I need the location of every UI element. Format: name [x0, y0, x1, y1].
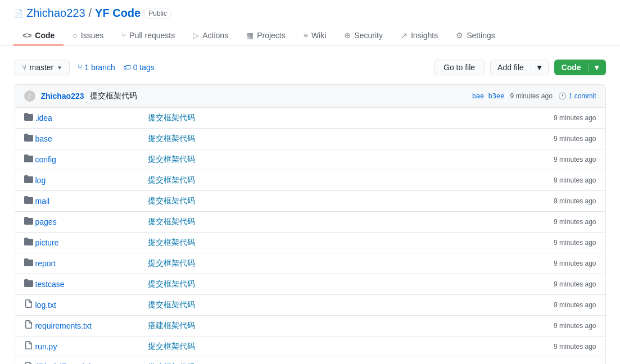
file-time: 9 minutes ago [554, 239, 596, 247]
file-message: 提交框架代码 [148, 175, 554, 185]
tags-icon: 🏷 [123, 63, 131, 72]
tab-issues[interactable]: ○ Issues [64, 26, 112, 46]
file-time: 9 minutes ago [554, 301, 596, 309]
file-time: 9 minutes ago [554, 260, 596, 267]
file-message: 提交框架代码 [148, 238, 554, 248]
tags-link[interactable]: 🏷 0 tags [123, 63, 155, 72]
file-time: 9 minutes ago [554, 135, 596, 143]
file-time: 9 minutes ago [554, 280, 596, 288]
table-row: picture 提交框架代码 9 minutes ago [15, 233, 605, 253]
tab-projects[interactable]: ▦ Projects [237, 26, 295, 46]
visibility-badge: Public [144, 8, 171, 19]
file-time: 9 minutes ago [554, 322, 596, 330]
file-name-link[interactable]: base [35, 134, 52, 143]
code-caret-icon[interactable]: ▼ [589, 63, 605, 72]
tab-pull-requests[interactable]: ⑂ Pull requests [112, 26, 184, 46]
file-name: testcase [35, 280, 148, 289]
table-row: log.txt 提交框架代码 9 minutes ago [15, 295, 605, 316]
file-name-link[interactable]: testcase [35, 280, 65, 289]
file-message: 提交框架代码 [148, 196, 554, 206]
file-message: 提交框架代码 [148, 154, 554, 165]
file-name: .idea [35, 113, 148, 122]
file-name-link[interactable]: run.py [35, 342, 57, 351]
insights-icon: ↗ [401, 31, 408, 40]
file-name-link[interactable]: log [35, 176, 46, 185]
commit-row: Z Zhichao223 提交框架代码 bae b3ee 9 minutes a… [15, 85, 605, 108]
tab-wiki[interactable]: ≡ Wiki [295, 26, 336, 46]
file-time: 9 minutes ago [554, 343, 596, 351]
table-row: testcase 提交框架代码 9 minutes ago [15, 274, 605, 295]
file-name: base [35, 134, 148, 143]
add-file-button[interactable]: Add file ▼ [490, 60, 549, 75]
branch-select[interactable]: ⑂ master ▼ [15, 60, 70, 75]
settings-icon: ⚙ [456, 31, 463, 40]
file-time: 9 minutes ago [554, 114, 596, 122]
folder-icon [24, 154, 35, 165]
branch-name: master [30, 63, 54, 72]
file-icon [24, 362, 35, 364]
file-name-link[interactable]: report [35, 259, 56, 268]
file-time: 9 minutes ago [554, 176, 596, 184]
file-name: pages [35, 217, 148, 226]
tab-settings[interactable]: ⚙ Settings [447, 26, 504, 46]
file-name-link[interactable]: mail [35, 197, 50, 206]
table-row: log 提交框架代码 9 minutes ago [15, 170, 605, 191]
file-time: 9 minutes ago [554, 218, 596, 226]
repo-name-link[interactable]: YF Code [95, 7, 141, 20]
table-row: requirements.txt 搭建框架代码 9 minutes ago [15, 316, 605, 336]
folder-icon [24, 112, 35, 124]
tab-insights[interactable]: ↗ Insights [392, 26, 447, 46]
branches-link[interactable]: ⑂ 1 branch [78, 63, 115, 72]
file-message: 提交框架代码 [148, 134, 554, 144]
commit-count-link[interactable]: 🕐 1 commit [558, 92, 596, 100]
folder-icon [24, 216, 35, 228]
file-name: report [35, 259, 148, 268]
file-table: Z Zhichao223 提交框架代码 bae b3ee 9 minutes a… [15, 84, 606, 364]
avatar: Z [24, 90, 35, 102]
file-message: 提交框架代码 [148, 342, 554, 352]
file-name-link[interactable]: config [35, 155, 56, 164]
tab-code[interactable]: <> Code [13, 26, 64, 46]
file-icon [24, 299, 35, 311]
branch-meta: ⑂ 1 branch 🏷 0 tags [78, 63, 155, 72]
table-row: mail 提交框架代码 9 minutes ago [15, 191, 605, 212]
file-name-link[interactable]: pages [35, 217, 57, 226]
branch-caret-icon: ▼ [57, 65, 62, 71]
folder-icon [24, 195, 35, 207]
folder-icon [24, 237, 35, 248]
table-row: pages 提交框架代码 9 minutes ago [15, 212, 605, 233]
file-name: mail [35, 197, 148, 206]
wiki-icon: ≡ [304, 31, 308, 40]
add-file-caret-icon[interactable]: ▼ [531, 63, 548, 72]
file-name-link[interactable]: log.txt [35, 301, 56, 310]
clock-icon: 🕐 [558, 92, 567, 100]
table-row: .idea 提交框架代码 9 minutes ago [15, 108, 605, 129]
code-button[interactable]: Code ▼ [554, 60, 606, 75]
tab-actions[interactable]: ▷ Actions [184, 26, 237, 46]
branch-count-icon: ⑂ [78, 63, 82, 72]
file-rows: .idea 提交框架代码 9 minutes ago base 提交框架代码 9… [15, 108, 605, 364]
file-name-link[interactable]: picture [35, 238, 59, 247]
go-to-file-button[interactable]: Go to file [434, 60, 485, 75]
title-separator: / [89, 7, 92, 20]
file-name: log [35, 176, 148, 185]
file-message: 提交框架代码 [148, 113, 554, 123]
file-name-link[interactable]: requirements.txt [35, 321, 92, 330]
issues-icon: ○ [73, 31, 77, 40]
projects-icon: ▦ [246, 31, 254, 40]
commit-meta: bae b3ee 9 minutes ago 🕐 1 commit [472, 92, 596, 100]
file-name-link[interactable]: .idea [35, 113, 52, 122]
commit-hash-link[interactable]: bae b3ee [472, 92, 505, 100]
commit-author-link[interactable]: Zhichao223 [41, 92, 84, 101]
file-icon [24, 320, 35, 331]
nav-tabs: <> Code ○ Issues ⑂ Pull requests ▷ Actio… [13, 26, 607, 46]
branch-select-icon: ⑂ [22, 63, 26, 72]
repo-owner-link[interactable]: Zhichao223 [26, 7, 85, 20]
file-time: 9 minutes ago [554, 156, 596, 163]
repo-icon: 📄 [13, 9, 23, 18]
tab-security[interactable]: ⊕ Security [335, 26, 392, 46]
pull-requests-icon: ⑂ [121, 31, 126, 40]
table-row: report 提交框架代码 9 minutes ago [15, 253, 605, 274]
file-name: run.py [35, 342, 148, 351]
file-icon [24, 341, 35, 352]
